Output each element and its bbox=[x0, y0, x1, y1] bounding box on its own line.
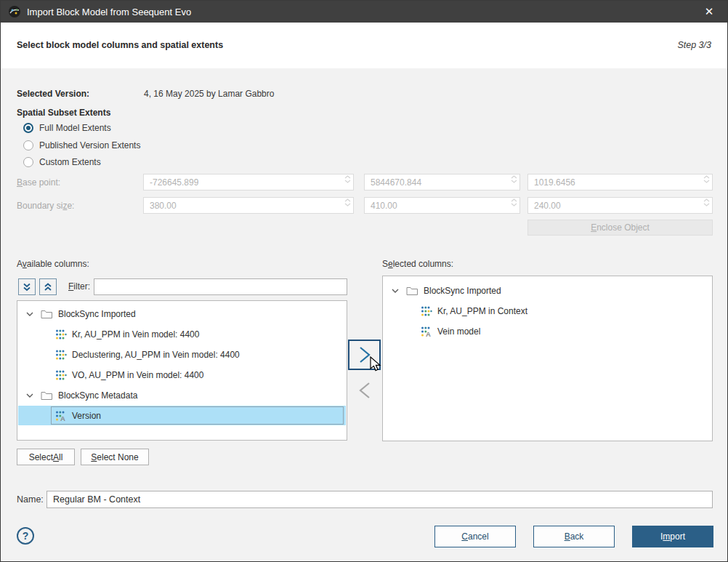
radio-icon[interactable] bbox=[23, 140, 33, 150]
chevron-down-icon[interactable] bbox=[24, 390, 36, 401]
selected-version-value: 4, 16 May 2025 by Lamar Gabbro bbox=[144, 89, 274, 99]
base-point-y-field bbox=[364, 174, 520, 190]
select-all-button[interactable]: Select All bbox=[17, 449, 75, 465]
chevron-down-icon[interactable] bbox=[389, 285, 401, 297]
folder-icon bbox=[41, 309, 53, 319]
radio-icon[interactable] bbox=[23, 123, 33, 133]
radio-icon[interactable] bbox=[23, 157, 33, 167]
app-icon bbox=[8, 5, 21, 18]
base-point-x-input bbox=[143, 174, 354, 190]
tree-row-column[interactable]: Kr, AU_PPM in Context bbox=[384, 301, 711, 321]
spinner-icon bbox=[703, 198, 710, 206]
tree-row-folder[interactable]: BlockSync Imported bbox=[18, 304, 346, 324]
selected-columns-tree[interactable]: BlockSync Imported Kr, AU_PPM in Context… bbox=[382, 276, 713, 441]
spatial-extents-label: Spatial Subset Extents bbox=[17, 108, 110, 118]
collapse-all-icon bbox=[43, 282, 53, 292]
spinner-icon bbox=[344, 198, 351, 206]
tree-row-column[interactable]: VO, AU_PPM in Vein model: 4400 bbox=[18, 365, 346, 385]
tree-row-column[interactable]: A Vein model bbox=[384, 321, 711, 342]
selected-columns-label: Selected columns: bbox=[382, 259, 453, 269]
tree-row-column[interactable]: Kr, AU_PPM in Vein model: 4400 bbox=[18, 324, 346, 345]
category-column-icon: A bbox=[421, 326, 432, 337]
numeric-column-icon bbox=[55, 369, 67, 381]
window-title: Import Block Model from Seequent Evo bbox=[27, 7, 698, 17]
spinner-icon bbox=[511, 175, 517, 183]
expand-all-icon bbox=[22, 282, 32, 292]
spinner-icon bbox=[703, 175, 710, 183]
available-columns-tree[interactable]: BlockSync Imported Kr, AU_PPM in Vein mo… bbox=[17, 300, 347, 441]
numeric-column-icon bbox=[421, 305, 432, 317]
filter-input[interactable] bbox=[94, 278, 347, 295]
boundary-size-x-field bbox=[143, 197, 354, 214]
boundary-size-z-input bbox=[527, 197, 713, 214]
folder-icon bbox=[41, 390, 53, 401]
boundary-size-y-field bbox=[364, 197, 520, 214]
header-strip: Select block model columns and spatial e… bbox=[1, 23, 727, 68]
dialog-body: Selected Version: 4, 16 May 2025 by Lama… bbox=[1, 68, 728, 562]
available-columns-label: Available columns: bbox=[17, 259, 89, 269]
collapse-all-button[interactable] bbox=[39, 278, 57, 295]
svg-text:A: A bbox=[426, 330, 431, 337]
tree-row-column-selected[interactable]: A Version bbox=[18, 406, 346, 425]
numeric-column-icon bbox=[55, 349, 67, 361]
base-point-y-input bbox=[364, 174, 520, 190]
name-input[interactable] bbox=[46, 491, 713, 508]
radio-full-model-extents[interactable]: Full Model Extents bbox=[23, 122, 111, 134]
select-none-button[interactable]: Select None bbox=[81, 449, 149, 465]
back-button[interactable]: Back bbox=[533, 526, 615, 547]
boundary-size-y-input bbox=[364, 197, 520, 214]
radio-custom-extents[interactable]: Custom Extents bbox=[23, 156, 101, 168]
chevron-down-icon[interactable] bbox=[24, 308, 36, 320]
help-icon[interactable]: ? bbox=[17, 527, 34, 545]
boundary-size-x-input bbox=[143, 197, 354, 214]
expand-all-button[interactable] bbox=[18, 278, 36, 295]
step-indicator: Step 3/3 bbox=[677, 40, 711, 50]
spinner-icon bbox=[344, 175, 351, 183]
folder-icon bbox=[406, 286, 418, 296]
base-point-label: Base point: bbox=[17, 177, 60, 188]
name-label: Name: bbox=[17, 494, 44, 505]
base-point-z-input bbox=[527, 174, 713, 190]
base-point-z-field bbox=[527, 174, 713, 190]
chevron-left-icon bbox=[355, 380, 375, 401]
move-left-button bbox=[348, 376, 381, 405]
page-title: Select block model columns and spatial e… bbox=[17, 40, 223, 50]
cancel-button[interactable]: Cancel bbox=[434, 526, 516, 547]
selected-version-label: Selected Version: bbox=[17, 89, 89, 99]
import-block-model-dialog: Import Block Model from Seequent Evo ✕ S… bbox=[0, 0, 728, 562]
boundary-size-z-field bbox=[527, 197, 713, 214]
base-point-x-field bbox=[143, 174, 354, 190]
selection-focus-rect: A Version bbox=[51, 406, 344, 425]
numeric-column-icon bbox=[55, 329, 67, 340]
tree-row-folder[interactable]: BlockSync Metadata bbox=[18, 385, 346, 406]
spinner-icon bbox=[511, 198, 517, 206]
close-icon[interactable]: ✕ bbox=[698, 5, 720, 18]
titlebar[interactable]: Import Block Model from Seequent Evo ✕ bbox=[1, 1, 727, 23]
import-button[interactable]: Import bbox=[632, 526, 713, 547]
category-column-icon: A bbox=[55, 410, 67, 422]
tree-row-column[interactable]: Declustering, AU_PPM in Vein model: 4400 bbox=[18, 345, 346, 365]
enclose-object-button: Enclose Object bbox=[527, 220, 713, 236]
boundary-size-label: Boundary size: bbox=[17, 201, 74, 211]
filter-label: Filter: bbox=[68, 281, 90, 292]
tree-row-folder[interactable]: BlockSync Imported bbox=[384, 281, 711, 301]
radio-published-version-extents[interactable]: Published Version Extents bbox=[23, 140, 140, 151]
svg-text:A: A bbox=[60, 414, 65, 422]
